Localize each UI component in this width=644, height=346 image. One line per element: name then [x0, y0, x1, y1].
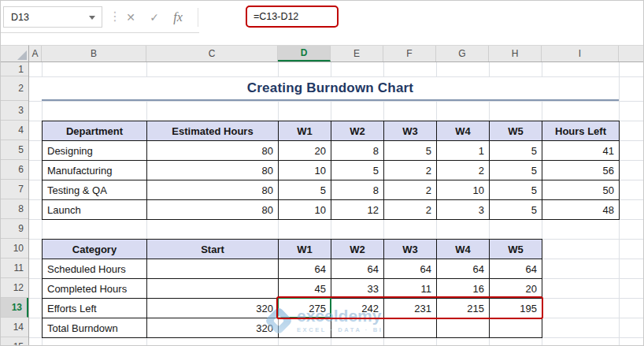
row-header-5[interactable]: 5 — [1, 140, 28, 160]
select-all-triangle-icon — [17, 50, 27, 60]
row-header-3[interactable]: 3 — [1, 101, 28, 121]
header-cell[interactable]: W1 — [279, 240, 331, 259]
cell[interactable]: Total Burndown — [43, 318, 147, 338]
cell[interactable]: 1 — [437, 141, 490, 161]
annotation-efforts-left-highlight — [276, 296, 543, 319]
cell[interactable]: 8 — [331, 180, 384, 200]
cell[interactable]: 320 — [147, 318, 279, 338]
header-cell[interactable]: Hours Left — [542, 121, 620, 141]
column-header-I[interactable]: I — [542, 46, 619, 61]
row-header-14[interactable]: 14 — [1, 318, 28, 337]
sheet-title-cell[interactable]: Creating Burndown Chart — [42, 77, 619, 101]
cell[interactable]: 64 — [437, 259, 490, 279]
row-header-12[interactable]: 12 — [1, 278, 28, 298]
cell[interactable]: Scheduled Hours — [43, 259, 147, 279]
column-header-F[interactable]: F — [383, 46, 436, 61]
header-cell[interactable]: W4 — [437, 121, 490, 141]
cell[interactable]: 5 — [490, 141, 542, 161]
header-cell[interactable]: Estimated Hours — [147, 121, 279, 141]
cell[interactable]: 80 — [147, 141, 279, 161]
cell[interactable]: 80 — [147, 180, 279, 200]
cell[interactable] — [384, 318, 437, 338]
row-header-15[interactable]: 15 — [1, 337, 28, 346]
header-cell[interactable]: W3 — [384, 121, 437, 141]
cell[interactable]: 3 — [437, 200, 490, 220]
column-header-G[interactable]: G — [436, 46, 489, 61]
row-header-7[interactable]: 7 — [1, 180, 28, 199]
cell[interactable]: 5 — [279, 180, 331, 200]
row-header-1[interactable]: 1 — [1, 62, 28, 76]
column-header-A[interactable]: A — [29, 46, 42, 61]
cell[interactable]: 64 — [279, 259, 331, 279]
cell[interactable]: 80 — [147, 161, 279, 180]
cell[interactable]: 50 — [542, 180, 620, 200]
cell[interactable]: 5 — [331, 161, 384, 180]
enter-icon[interactable]: ✓ — [143, 1, 165, 33]
column-header-H[interactable]: H — [489, 46, 542, 61]
cell[interactable]: 5 — [490, 161, 542, 180]
cell[interactable]: Testing & QA — [43, 180, 147, 200]
column-header-C[interactable]: C — [146, 46, 278, 61]
cell[interactable]: 2 — [437, 161, 490, 180]
header-cell[interactable]: W2 — [331, 240, 384, 259]
cell[interactable]: 48 — [542, 200, 620, 220]
row-header-10[interactable]: 10 — [1, 239, 28, 259]
header-cell[interactable]: Category — [43, 240, 147, 259]
cell[interactable]: 5 — [384, 141, 437, 161]
cell[interactable] — [279, 318, 331, 338]
header-cell[interactable]: Department — [43, 121, 147, 141]
select-all-corner[interactable] — [1, 45, 29, 62]
cell[interactable]: 5 — [490, 180, 542, 200]
formula-bar-separator — [198, 8, 198, 27]
cell[interactable]: Designing — [43, 141, 147, 161]
column-header-E[interactable]: E — [331, 46, 383, 61]
cell[interactable]: 5 — [490, 200, 542, 220]
header-cell[interactable]: W4 — [437, 240, 490, 259]
formula-input[interactable]: =C13-D12 — [199, 1, 643, 33]
cell[interactable] — [490, 318, 542, 338]
row-header-6[interactable]: 6 — [1, 160, 28, 180]
header-cell[interactable]: W5 — [490, 240, 542, 259]
row-header-8[interactable]: 8 — [1, 199, 28, 219]
cell[interactable]: 64 — [490, 259, 542, 279]
row-header-2[interactable]: 2 — [1, 76, 28, 101]
cell[interactable] — [437, 318, 490, 338]
cell[interactable]: 8 — [331, 141, 384, 161]
cell[interactable]: 10 — [437, 180, 490, 200]
row-header-9[interactable]: 9 — [1, 219, 28, 239]
cell[interactable]: 64 — [384, 259, 437, 279]
cell[interactable]: 20 — [279, 141, 331, 161]
name-box[interactable]: D13 — [3, 6, 102, 28]
row-header-4[interactable]: 4 — [1, 121, 28, 140]
cell[interactable]: 2 — [384, 180, 437, 200]
column-header-D[interactable]: D — [278, 46, 331, 61]
row-header-11[interactable]: 11 — [1, 259, 28, 278]
cell[interactable]: Launch — [43, 200, 147, 220]
header-cell[interactable]: Start — [147, 240, 279, 259]
header-cell[interactable]: W2 — [331, 121, 384, 141]
cell[interactable]: 10 — [279, 200, 331, 220]
cell[interactable]: 41 — [542, 141, 620, 161]
name-box-dropdown-icon[interactable] — [89, 16, 95, 20]
cell[interactable]: Efforts Left — [43, 299, 147, 318]
cell[interactable]: 320 — [147, 299, 279, 318]
header-cell[interactable]: W1 — [279, 121, 331, 141]
insert-function-icon[interactable]: fx — [167, 1, 189, 33]
cell[interactable]: 2 — [384, 161, 437, 180]
cell[interactable]: Completed Hours — [43, 279, 147, 299]
cell[interactable]: 2 — [384, 200, 437, 220]
cell[interactable]: 56 — [542, 161, 620, 180]
header-cell[interactable]: W5 — [490, 121, 542, 141]
cell[interactable] — [331, 318, 384, 338]
cancel-icon[interactable]: ✕ — [120, 1, 142, 33]
cell[interactable]: 10 — [279, 161, 331, 180]
row-header-13[interactable]: 13 — [1, 298, 28, 318]
cell[interactable]: 12 — [331, 200, 384, 220]
header-cell[interactable]: W3 — [384, 240, 437, 259]
column-header-B[interactable]: B — [42, 46, 146, 61]
cell[interactable]: 64 — [331, 259, 384, 279]
cell[interactable] — [147, 279, 279, 299]
cell[interactable]: 80 — [147, 200, 279, 220]
cell[interactable] — [147, 259, 279, 279]
cell[interactable]: Manufacturing — [43, 161, 147, 180]
